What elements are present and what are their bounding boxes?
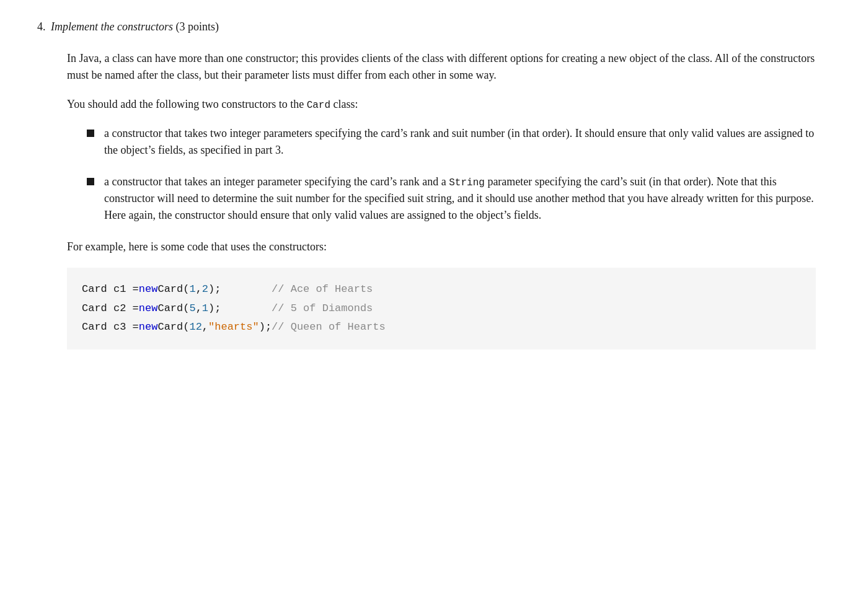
code-num-5: 5 <box>189 299 195 319</box>
card-intro-end-text: class: <box>334 98 358 110</box>
question-header: 4. Implement the constructors (3 points) <box>37 19 816 35</box>
question-title: Implement the constructors <box>51 20 173 33</box>
code-num-12: 12 <box>189 318 201 337</box>
code-black-c3: Card c3 = <box>82 318 139 337</box>
string-code-inline: String <box>449 177 485 188</box>
code-num-1: 1 <box>189 280 195 299</box>
code-blue-new-2: new <box>139 299 158 319</box>
bullet-marker-2 <box>87 178 94 185</box>
code-black-card2: Card( <box>157 299 189 319</box>
code-block: Card c1 = new Card(1, 2); // Ace of Hear… <box>67 268 816 350</box>
code-paren-1: ); <box>208 280 221 299</box>
code-line-1: Card c1 = new Card(1, 2); // Ace of Hear… <box>82 280 801 299</box>
question-points: (3 points) <box>175 20 219 33</box>
code-num-2: 2 <box>202 280 208 299</box>
code-black-card3: Card( <box>157 318 189 337</box>
code-blue-new-1: new <box>139 280 158 299</box>
constructor-list: a constructor that takes two integer par… <box>87 125 816 224</box>
bullet-text-2: a constructor that takes an integer para… <box>104 174 816 224</box>
code-black: Card c1 = <box>82 280 139 299</box>
question-number: 4. <box>37 20 46 33</box>
card-class-name: Card <box>307 100 330 111</box>
code-blue-new-3: new <box>139 318 158 337</box>
example-intro: For example, here is some code that uses… <box>67 239 816 255</box>
code-comma-2: , <box>196 299 202 319</box>
code-string-hearts: "hearts" <box>208 318 259 337</box>
bullet-2-before: a constructor that takes an integer para… <box>104 175 446 188</box>
code-comment-1: // Ace of Hearts <box>221 280 373 299</box>
intro-paragraph: In Java, a class can have more than one … <box>67 50 816 84</box>
code-comment-3: // Queen of Hearts <box>272 318 386 337</box>
code-paren-3: ); <box>259 318 272 337</box>
list-item-2: a constructor that takes an integer para… <box>87 174 816 224</box>
bullet-marker-1 <box>87 130 94 137</box>
code-comma-1: , <box>196 280 202 299</box>
code-black-c2: Card c2 = <box>82 299 139 319</box>
list-item-1: a constructor that takes two integer par… <box>87 125 816 159</box>
code-line-3: Card c3 = new Card(12, "hearts"); // Que… <box>82 318 801 337</box>
code-comment-2: // 5 of Diamonds <box>221 299 373 319</box>
card-intro-text: You should add the following two constru… <box>67 98 304 110</box>
code-num-1: 1 <box>202 299 208 319</box>
question-container: 4. Implement the constructors (3 points)… <box>37 19 816 350</box>
code-black-card1: Card( <box>157 280 189 299</box>
code-line-2: Card c2 = new Card(5, 1); // 5 of Diamon… <box>82 299 801 319</box>
code-comma-3: , <box>202 318 208 337</box>
code-paren-2: ); <box>208 299 221 319</box>
card-class-intro: You should add the following two constru… <box>67 96 816 113</box>
bullet-text-1: a constructor that takes two integer par… <box>104 125 816 159</box>
